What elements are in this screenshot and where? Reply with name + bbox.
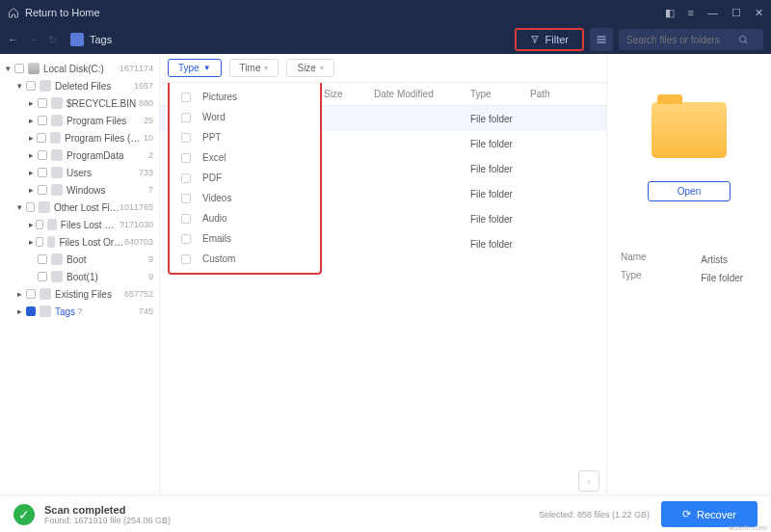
type-option[interactable]: Pictures (170, 87, 320, 107)
type-option[interactable]: Custom (170, 249, 320, 269)
tree-item[interactable]: ▸ ProgramData 2 (0, 146, 159, 164)
checkbox[interactable] (181, 93, 191, 102)
scan-status: Scan completed Found: 1671919 file (254.… (44, 504, 171, 525)
tree-item[interactable]: ▸ Windows 7 (0, 181, 159, 199)
checkbox[interactable] (38, 168, 47, 177)
tree-item[interactable]: ▾ Deleted Files 1657 (0, 77, 159, 94)
tree-item[interactable]: ▸ $RECYCLE.BIN 880 (0, 94, 159, 112)
watermark: wsxdn.com (729, 523, 767, 532)
col-type[interactable]: Type (470, 89, 530, 99)
checkbox[interactable] (37, 133, 45, 143)
tree-count: 171030 (124, 220, 153, 229)
breadcrumb[interactable]: Tags (90, 34, 112, 45)
tree-count: 2 (148, 150, 153, 160)
view-toggle[interactable] (590, 28, 613, 51)
tree-count: 7 (148, 185, 153, 195)
type-option[interactable]: Audio (170, 208, 320, 228)
back-icon[interactable]: ← (8, 34, 18, 46)
type-option[interactable]: Excel (170, 147, 320, 168)
checkbox[interactable] (181, 194, 191, 203)
caret-icon: ▸ (29, 98, 38, 108)
checkbox[interactable] (38, 116, 47, 125)
checkbox[interactable] (14, 64, 24, 73)
search-input[interactable] (626, 35, 732, 45)
col-date[interactable]: Date Modified (374, 89, 470, 99)
titlebar: Return to Home ◧ ≡ ― ☐ ✕ (0, 0, 771, 25)
forward-icon[interactable]: → (28, 34, 39, 46)
checkbox[interactable] (38, 185, 47, 195)
recover-icon: ⟳ (682, 508, 691, 520)
checkbox[interactable] (181, 214, 191, 224)
tree-item[interactable]: ▸ Program Files 25 (0, 112, 159, 129)
checkbox[interactable] (38, 254, 47, 264)
folder-icon (40, 80, 51, 92)
checkbox[interactable] (26, 306, 36, 316)
folder-icon (28, 63, 40, 74)
tree-count: 840703 (124, 237, 153, 247)
open-button[interactable]: Open (648, 181, 731, 201)
type-option[interactable]: PDF (170, 168, 320, 188)
tree-label: $RECYCLE.BIN (66, 98, 136, 109)
cell-type: File folder (470, 114, 530, 124)
checkbox[interactable] (181, 153, 191, 163)
col-size[interactable]: Size (324, 89, 374, 99)
checkbox[interactable] (38, 150, 47, 160)
tree-count: 1671174 (120, 64, 153, 73)
checkbox[interactable] (181, 113, 191, 122)
checkbox[interactable] (181, 254, 191, 264)
type-option[interactable]: PPT (170, 127, 320, 147)
tree-label: Other Lost Files (54, 202, 120, 213)
properties: NameArtists TypeFile folder (619, 250, 759, 288)
checkbox[interactable] (181, 173, 191, 183)
checkbox[interactable] (26, 81, 36, 91)
checkbox[interactable] (181, 133, 191, 143)
filter-button[interactable]: Filter (515, 28, 584, 51)
file-list-panel: Type▼ Time▾ Size▾ PicturesWordPPTExcelPD… (160, 54, 607, 497)
window-controls: ◧ ≡ ― ☐ ✕ (665, 7, 763, 19)
type-option[interactable]: Word (170, 107, 320, 127)
checkbox[interactable] (181, 234, 191, 244)
checkbox[interactable] (38, 272, 47, 281)
checkbox[interactable] (38, 98, 47, 108)
checkbox[interactable] (26, 289, 36, 299)
help-icon[interactable]: ? (77, 306, 82, 316)
refresh-icon[interactable]: ↻ (48, 34, 57, 46)
tree-item[interactable]: ▸ Users 733 (0, 164, 159, 181)
close-icon[interactable]: ✕ (755, 7, 763, 19)
menu-icon[interactable]: ≡ (688, 7, 694, 19)
type-option[interactable]: Videos (170, 188, 320, 208)
filter-time[interactable]: Time▾ (229, 59, 279, 77)
next-page[interactable]: › (578, 470, 599, 492)
return-to-home[interactable]: Return to Home (25, 7, 100, 18)
tree-item[interactable]: Boot 9 (0, 251, 159, 268)
breadcrumb-icon (70, 33, 84, 46)
tree-item[interactable]: ▸ Tags? 745 (0, 303, 159, 320)
minimize-icon[interactable]: ― (707, 7, 718, 19)
checkbox[interactable] (36, 220, 43, 229)
type-option-label: Emails (202, 233, 231, 244)
tree-item[interactable]: ▸ Existing Files 657752 (0, 285, 159, 303)
maximize-icon[interactable]: ☐ (731, 7, 741, 19)
caret-icon: ▸ (29, 168, 38, 177)
type-option-label: Word (202, 112, 226, 122)
tree-item[interactable]: ▾ Local Disk(C:) 1671174 (0, 60, 159, 77)
checkbox[interactable] (36, 237, 43, 247)
tree-label: Existing Files (55, 289, 112, 300)
search-box[interactable] (619, 29, 763, 50)
home-icon[interactable] (8, 7, 19, 18)
prefs-icon[interactable]: ◧ (665, 7, 675, 19)
tree-label: Boot(1) (66, 272, 98, 282)
tree-item[interactable]: ▸ Files Lost Original ... 840703 (0, 233, 159, 251)
col-path[interactable]: Path (530, 89, 606, 99)
tree-item[interactable]: ▸ Files Lost Origi...? 171030 (0, 216, 159, 233)
tree-item[interactable]: ▾ Other Lost Files 1011765 (0, 199, 159, 216)
tree-item[interactable]: Boot(1) 9 (0, 268, 159, 285)
tree-item[interactable]: ▸ Program Files (x86) 10 (0, 129, 159, 146)
type-option[interactable]: Emails (170, 228, 320, 249)
filter-size[interactable]: Size▾ (286, 59, 333, 77)
cell-type: File folder (470, 214, 530, 225)
type-dropdown: PicturesWordPPTExcelPDFVideosAudioEmails… (168, 83, 322, 275)
checkbox[interactable] (26, 202, 36, 212)
filter-type[interactable]: Type▼ (168, 59, 222, 77)
prop-name-label: Name (621, 252, 699, 268)
